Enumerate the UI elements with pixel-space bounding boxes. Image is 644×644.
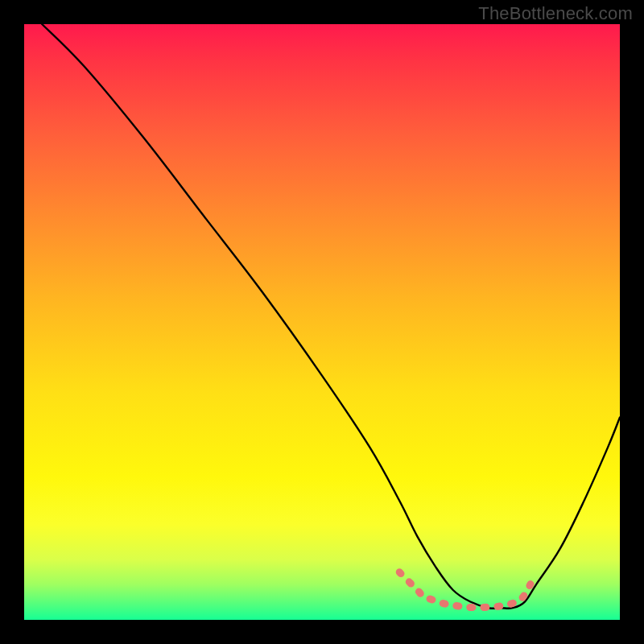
watermark-label: TheBottleneck.com	[478, 3, 633, 24]
chart-frame: TheBottleneck.com	[0, 0, 644, 644]
plot-area	[24, 24, 620, 620]
series-curve	[42, 24, 620, 609]
chart-svg	[24, 24, 620, 620]
series-highlight	[399, 572, 530, 608]
